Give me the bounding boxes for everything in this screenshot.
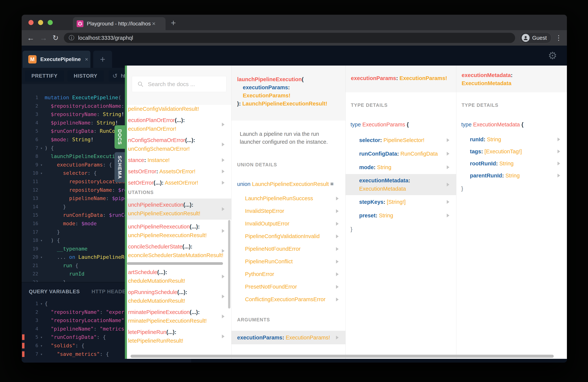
history-button[interactable]: HISTORY	[67, 70, 104, 82]
code-token: !	[121, 111, 124, 117]
docs-item[interactable]: pelineConfigValidationResult!	[127, 105, 231, 113]
docs-item[interactable]: concileSchedulerState(...):econcileSched…	[127, 242, 231, 259]
fold-arrow-icon[interactable]: ▾	[38, 236, 45, 245]
union-member[interactable]: InvalidStepError	[231, 205, 345, 217]
type-field[interactable]: tags: [ExecutionTag!]	[456, 146, 567, 157]
settings-gear-icon[interactable]: ⚙	[548, 50, 557, 62]
code-token: :	[106, 195, 109, 201]
code-token: :	[282, 335, 284, 340]
union-member-name: LaunchPipelineRunSuccess	[245, 195, 313, 201]
fold-arrow-icon[interactable]: ▾	[38, 161, 45, 169]
union-member[interactable]: PipelineConfigValidationInvalid	[231, 230, 345, 243]
line-number: 4	[22, 119, 38, 127]
union-member[interactable]: PipelineRunConflict	[231, 255, 345, 268]
fold-arrow-icon[interactable]: ▾	[38, 350, 45, 359]
docs-item[interactable]: opRunningSchedule(...):cheduleMutationRe…	[127, 288, 231, 305]
type-field[interactable]: selector: PipelineSelector!	[346, 133, 456, 147]
code-token: runId	[470, 136, 484, 142]
docs-vertical-scrollbar[interactable]	[228, 220, 230, 309]
signature-line: launchPipelineExecution(	[237, 75, 345, 84]
field-line: ExecutionMetadata	[359, 185, 456, 193]
docs-item[interactable]: setsOrError: AssetsOrError!	[127, 167, 231, 176]
browser-menu-icon[interactable]: ⋮	[555, 34, 562, 42]
union-member[interactable]: PresetNotFoundError	[231, 280, 345, 293]
url-bar[interactable]: ⓘ localhost:3333/graphql	[64, 33, 515, 43]
chevron-right-icon	[222, 229, 225, 233]
tab-close-icon[interactable]: ×	[152, 20, 156, 27]
type-field[interactable]: parentRunId: String	[456, 170, 567, 182]
type-field[interactable]: preset: String	[346, 209, 456, 222]
type-field[interactable]: executionMetadata:ExecutionMetadata	[346, 174, 456, 195]
code-token: : {	[100, 351, 109, 357]
docs-horizontal-scrollbar[interactable]	[130, 355, 554, 358]
type-field[interactable]: runId: String	[456, 133, 567, 146]
fold-arrow-icon	[38, 325, 45, 333]
playground-tab-executepipeline[interactable]: M ExecutePipeline ×	[22, 51, 90, 68]
union-member[interactable]: ConflictingExecutionParamsError	[231, 293, 345, 306]
fold-arrow-icon[interactable]: ▾	[38, 333, 45, 341]
type-field[interactable]: stepKeys: [String!]	[346, 195, 456, 209]
code-token: on	[66, 254, 75, 260]
docs-search-input[interactable]: Search the docs ...	[132, 76, 226, 92]
horizontal-scrollbar[interactable]	[127, 262, 223, 265]
code-token: repositoryName	[45, 187, 112, 193]
argument-row-selected[interactable]: executionParams: ExecutionParams!	[231, 331, 345, 344]
chevron-right-icon	[558, 137, 560, 141]
back-button[interactable]: ←	[27, 34, 35, 42]
docs-item-line: pelineConfigValidationResult!	[128, 105, 231, 113]
docs-item[interactable]: artSchedule(...):cheduleMutationResult!	[127, 268, 231, 285]
line-number: 14	[22, 203, 38, 211]
code-token: unchPipelineReexecutionResult!	[128, 232, 207, 238]
code-text: __typename	[45, 245, 87, 253]
docs-item[interactable]: stance: Instance!	[127, 156, 231, 165]
site-info-icon[interactable]: ⓘ	[69, 34, 74, 42]
signature-line: ExecutionParams!	[237, 91, 345, 100]
type-field[interactable]: rootRunId: String	[456, 157, 567, 170]
union-member[interactable]: LaunchPipelineRunSuccess	[231, 192, 345, 205]
schema-tab[interactable]: SCHEMA	[114, 152, 125, 182]
fold-arrow-icon[interactable]: ▾	[38, 341, 45, 350]
code-token: String	[504, 172, 520, 179]
fold-arrow-icon[interactable]: ▾	[38, 144, 45, 152]
zoom-window-button[interactable]	[48, 20, 53, 25]
playground-new-tab-button[interactable]: +	[93, 51, 112, 68]
docs-column-executionmetadata: executionMetadata:ExecutionMetadata TYPE…	[456, 65, 567, 359]
line-number: 2	[22, 102, 38, 110]
code-text: selector: {	[45, 169, 97, 177]
docs-item[interactable]: setOrError(...): AssetOrError!	[127, 178, 231, 187]
playground-tab-title: ExecutePipeline	[40, 56, 81, 62]
union-member-name: PipelineRunConflict	[245, 258, 293, 264]
docs-item[interactable]: rminatePipelineExecution(...):rminatePip…	[127, 308, 231, 325]
code-token: mode	[45, 221, 75, 226]
docs-item[interactable]: letePipelineRun(...):letePipelineRunResu…	[127, 328, 231, 345]
union-member[interactable]: PythonError	[231, 268, 345, 280]
union-member-name: ConflictingExecutionParamsError	[245, 296, 325, 302]
prettify-button[interactable]: PRETTIFY	[25, 70, 64, 82]
code-token: :	[397, 151, 399, 157]
browser-tab[interactable]: Playground - http://localhost:3 ×	[73, 17, 166, 30]
docs-item[interactable]: nConfigSchemaOrError(...):unConfigSchema…	[127, 136, 231, 153]
docs-tab[interactable]: DOCS	[114, 125, 125, 149]
docs-item[interactable]: unchPipelineReexecution(...):unchPipelin…	[127, 222, 231, 240]
new-tab-button[interactable]: +	[171, 19, 176, 27]
type-field[interactable]: mode: String	[346, 161, 456, 174]
docs-item[interactable]: ecutionPlanOrError(...):ecutionPlanOrErr…	[127, 116, 231, 133]
profile-button[interactable]: Guest	[520, 32, 551, 43]
union-member[interactable]: InvalidOutputError	[231, 217, 345, 230]
minimize-window-button[interactable]	[38, 20, 43, 25]
close-window-button[interactable]	[28, 20, 34, 25]
forward-button[interactable]: →	[40, 34, 47, 42]
playground-tab-close-icon[interactable]: ×	[85, 56, 88, 63]
code-token: stepKeys	[359, 199, 383, 205]
docs-item[interactable]: unchPipelineExecution(...):unchPipelineE…	[127, 198, 231, 220]
fold-arrow-icon[interactable]: ▾	[38, 253, 45, 261]
type-field[interactable]: runConfigData: RunConfigData	[346, 147, 456, 161]
reload-button[interactable]: ↻	[53, 34, 59, 42]
union-member[interactable]: PipelineNotFoundError	[231, 243, 345, 255]
query-variables-tab[interactable]: QUERY VARIABLES	[29, 289, 80, 295]
fold-arrow-icon[interactable]: ▾	[38, 299, 45, 308]
code-token: ExecutionMetadata	[359, 186, 406, 192]
fold-arrow-icon	[38, 194, 45, 203]
code-token: parentRunId	[470, 172, 502, 179]
fold-arrow-icon[interactable]: ▾	[38, 169, 45, 177]
